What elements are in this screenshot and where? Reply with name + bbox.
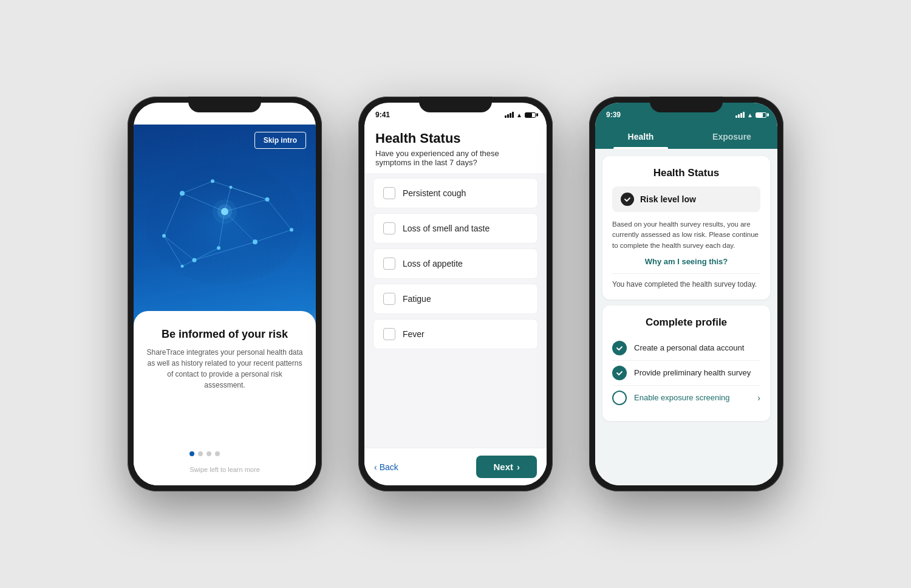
battery-icon-3 bbox=[756, 112, 766, 118]
phone-1: 11:10 ▲ Skip intro bbox=[128, 97, 322, 491]
next-chevron-icon: › bbox=[517, 462, 520, 472]
svg-point-17 bbox=[180, 191, 185, 196]
signal-icon-3 bbox=[735, 112, 745, 118]
signal-icon-2 bbox=[505, 112, 514, 118]
swipe-hint: Swipe left to learn more bbox=[189, 466, 260, 473]
risk-check-icon bbox=[621, 193, 634, 206]
notch-3 bbox=[650, 97, 723, 112]
checkbox-smell[interactable] bbox=[383, 222, 395, 234]
svg-point-21 bbox=[253, 239, 258, 244]
svg-point-26 bbox=[217, 246, 220, 250]
risk-description: Based on your health survey results, you… bbox=[612, 219, 760, 251]
tab-health-label: Health bbox=[628, 132, 654, 142]
phone1-title: Be informed of your risk bbox=[146, 328, 304, 341]
health-status-card: Health Status Risk level low Based on yo… bbox=[602, 156, 770, 299]
phone2-footer: ‹ Back Next › bbox=[364, 448, 547, 485]
phone1-screen: Skip intro bbox=[134, 125, 316, 485]
svg-point-22 bbox=[162, 234, 166, 238]
complete-profile-card: Complete profile Create a personal data … bbox=[602, 306, 770, 421]
phone2-screen: Health Status Have you experienced any o… bbox=[364, 125, 547, 485]
phone3-content: Health Status Risk level low Based on yo… bbox=[595, 149, 777, 485]
tab-health[interactable]: Health bbox=[595, 125, 686, 149]
symptom-item-fever[interactable]: Fever bbox=[373, 319, 538, 349]
time-1: 11:10 bbox=[145, 111, 163, 119]
tab-exposure-label: Exposure bbox=[712, 132, 751, 142]
symptom-label-fever: Fever bbox=[403, 329, 425, 339]
profile-label-exposure[interactable]: Enable exposure screening bbox=[634, 393, 750, 402]
time-2: 9:41 bbox=[375, 111, 390, 119]
symptom-item-appetite[interactable]: Loss of appetite bbox=[373, 248, 538, 279]
battery-icon-2 bbox=[525, 112, 536, 118]
profile-check-survey bbox=[612, 366, 627, 380]
phone1-content: Be informed of your risk ShareTrace inte… bbox=[134, 311, 316, 485]
health-question: Have you experienced any of these sympto… bbox=[375, 149, 536, 167]
symptom-item-fatigue[interactable]: Fatigue bbox=[373, 284, 538, 314]
wifi-icon-1: ▲ bbox=[285, 112, 292, 118]
phone-3: 9:39 ▲ Health bbox=[589, 97, 783, 491]
symptom-label-appetite: Loss of appetite bbox=[403, 259, 463, 268]
svg-point-27 bbox=[230, 186, 233, 189]
skip-intro-button[interactable]: Skip intro bbox=[254, 132, 306, 149]
tab-bar: Health Exposure bbox=[595, 125, 777, 149]
back-chevron-icon: ‹ bbox=[374, 462, 377, 472]
chevron-right-icon: › bbox=[757, 393, 760, 403]
globe-svg bbox=[134, 125, 316, 323]
dot-3 bbox=[206, 451, 211, 456]
svg-point-23 bbox=[193, 258, 197, 262]
phone1-description: ShareTrace integrates your personal heal… bbox=[146, 347, 304, 391]
why-link[interactable]: Why am I seeing this? bbox=[612, 257, 760, 266]
profile-item-survey: Provide preliminary health survey bbox=[612, 361, 760, 386]
profile-check-account bbox=[612, 341, 627, 355]
symptom-label-smell: Loss of smell and taste bbox=[403, 224, 490, 233]
notch-2 bbox=[419, 97, 492, 112]
profile-card-title: Complete profile bbox=[612, 316, 760, 329]
symptom-item-cough[interactable]: Persistent cough bbox=[373, 178, 538, 208]
profile-label-survey: Provide preliminary health survey bbox=[634, 368, 760, 377]
back-label: Back bbox=[380, 462, 398, 472]
time-3: 9:39 bbox=[606, 111, 621, 119]
symptom-label-fatigue: Fatigue bbox=[403, 294, 431, 304]
globe-visual bbox=[134, 125, 316, 323]
status-icons-2: ▲ bbox=[505, 112, 536, 118]
tab-exposure[interactable]: Exposure bbox=[686, 125, 777, 149]
svg-point-20 bbox=[290, 228, 293, 231]
dot-4 bbox=[215, 451, 220, 456]
phone-2: 9:41 ▲ Health Status bbox=[358, 97, 553, 491]
symptom-item-smell[interactable]: Loss of smell and taste bbox=[373, 213, 538, 244]
back-button[interactable]: ‹ Back bbox=[374, 462, 398, 472]
wifi-icon-3: ▲ bbox=[747, 112, 753, 118]
dot-2 bbox=[198, 451, 203, 456]
next-button[interactable]: Next › bbox=[476, 456, 537, 478]
dot-1 bbox=[189, 451, 194, 456]
profile-item-exposure[interactable]: Enable exposure screening › bbox=[612, 386, 760, 410]
status-icons-3: ▲ bbox=[735, 112, 766, 118]
scene: 11:10 ▲ Skip intro bbox=[103, 72, 808, 516]
wifi-icon-2: ▲ bbox=[516, 112, 522, 118]
svg-point-29 bbox=[213, 199, 237, 224]
battery-icon-1 bbox=[294, 112, 305, 118]
next-label: Next bbox=[493, 462, 513, 472]
symptoms-list: Persistent cough Loss of smell and taste… bbox=[364, 173, 547, 448]
checkbox-fever[interactable] bbox=[383, 328, 395, 340]
risk-level-label: Risk level low bbox=[640, 194, 696, 204]
profile-label-account: Create a personal data account bbox=[634, 343, 760, 352]
checkbox-fatigue[interactable] bbox=[383, 293, 395, 305]
checkbox-cough[interactable] bbox=[383, 187, 395, 199]
svg-point-24 bbox=[211, 179, 214, 183]
pagination-dots bbox=[189, 451, 260, 456]
checkbox-appetite[interactable] bbox=[383, 258, 395, 270]
svg-point-25 bbox=[181, 265, 184, 268]
health-status-title: Health Status bbox=[375, 131, 536, 146]
survey-complete-text: You have completed the health survey tod… bbox=[612, 273, 760, 289]
phone3-screen: Health Exposure Health Status bbox=[595, 125, 777, 485]
signal-icon-1 bbox=[274, 112, 283, 118]
status-icons-1: ▲ bbox=[274, 112, 305, 118]
phone2-header: Health Status Have you experienced any o… bbox=[364, 125, 547, 173]
health-card-title: Health Status bbox=[612, 167, 760, 179]
notch-1 bbox=[188, 97, 261, 112]
profile-item-account: Create a personal data account bbox=[612, 336, 760, 361]
risk-badge: Risk level low bbox=[612, 186, 760, 212]
symptom-label-cough: Persistent cough bbox=[403, 188, 466, 198]
svg-point-19 bbox=[265, 197, 270, 202]
profile-check-exposure bbox=[612, 391, 627, 405]
